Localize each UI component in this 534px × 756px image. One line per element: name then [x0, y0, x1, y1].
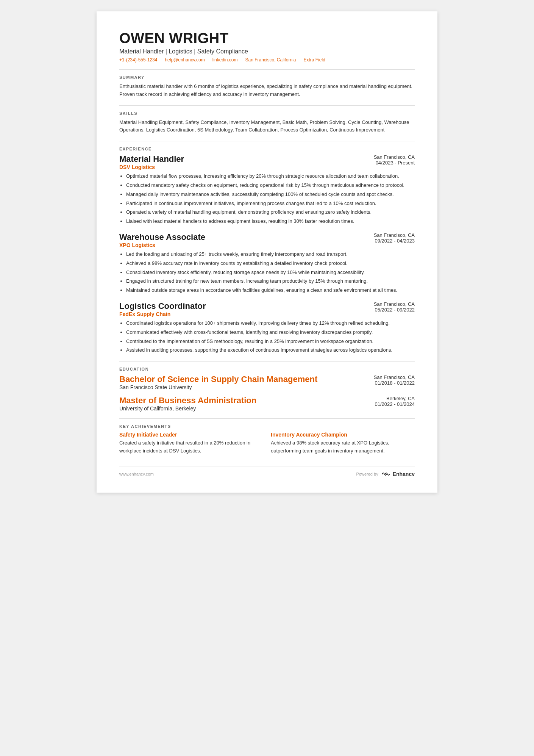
edu-meta-0: San Francisco, CA 01/2018 - 01/2022 [374, 374, 415, 386]
bullet-item: Liaised with lead material handlers to a… [126, 218, 415, 225]
edu-header-0: Bachelor of Science in Supply Chain Mana… [119, 374, 415, 390]
exp-title-2: Logistics Coordinator FedEx Supply Chain [119, 301, 206, 317]
candidate-title: Material Handler | Logistics | Safety Co… [119, 48, 415, 55]
bullet-item: Consolidated inventory stock efficiently… [126, 269, 415, 277]
brand-name: Enhancv [393, 471, 415, 477]
exp-meta-1: San Francisco, CA 09/2022 - 04/2023 [374, 232, 415, 244]
bullet-item: Engaged in structured training for new t… [126, 277, 415, 285]
enhancv-logo-icon [381, 471, 391, 477]
achievement-0: Safety Initiative Leader Created a safet… [119, 432, 263, 455]
edu-header-1: Master of Business Administration Univer… [119, 396, 415, 412]
achievements-entries: Safety Initiative Leader Created a safet… [119, 432, 415, 455]
extra-field: Extra Field [304, 57, 325, 63]
bullet-item: Coordinated logistics operations for 100… [126, 319, 415, 327]
bullet-item: Contributed to the implementation of 5S … [126, 338, 415, 346]
bullet-item: Operated a variety of material handling … [126, 208, 415, 216]
education-entries: Bachelor of Science in Supply Chain Mana… [119, 374, 415, 412]
exp-header-1: Warehouse Associate XPO Logistics San Fr… [119, 232, 415, 248]
achievement-entry-0: Safety Initiative Leader Created a safet… [119, 432, 263, 455]
experience-divider [119, 361, 415, 362]
experience-entry-0: Material Handler DSV Logistics San Franc… [119, 154, 415, 225]
resume-page: OWEN WRIGHT Material Handler | Logistics… [97, 11, 437, 493]
exp-meta-2: San Francisco, CA 05/2022 - 09/2022 [374, 301, 415, 313]
footer-website: www.enhancv.com [119, 472, 154, 476]
location: San Francisco, California [245, 57, 296, 63]
bullet-item: Led the loading and unloading of 25+ tru… [126, 250, 415, 258]
achievement-1: Inventory Accuracy Champion Achieved a 9… [271, 432, 415, 455]
exp-title-1: Warehouse Associate XPO Logistics [119, 232, 205, 248]
bullet-item: Conducted mandatory safety checks on equ… [126, 182, 415, 189]
exp-meta-0: San Francisco, CA 04/2023 - Present [374, 154, 415, 166]
footer-brand: Powered by Enhancv [356, 471, 415, 477]
bullet-item: Assisted in auditing processes, supporti… [126, 346, 415, 354]
education-entry-0: Bachelor of Science in Supply Chain Mana… [119, 374, 415, 390]
achievements-label: KEY ACHIEVEMENTS [119, 424, 415, 429]
powered-by-label: Powered by [356, 472, 378, 476]
footer: www.enhancv.com Powered by Enhancv [119, 466, 415, 477]
experience-entry-2: Logistics Coordinator FedEx Supply Chain… [119, 301, 415, 354]
bullet-item: Managed daily inventory maintenance acti… [126, 191, 415, 199]
phone: +1-(234)-555-1234 [119, 57, 157, 63]
exp-title-0: Material Handler DSV Logistics [119, 154, 184, 170]
header: OWEN WRIGHT Material Handler | Logistics… [119, 30, 415, 63]
exp-header-2: Logistics Coordinator FedEx Supply Chain… [119, 301, 415, 317]
edu-title-0: Bachelor of Science in Supply Chain Mana… [119, 374, 317, 390]
skills-label: SKILLS [119, 111, 415, 116]
experience-entries: Material Handler DSV Logistics San Franc… [119, 154, 415, 354]
summary-label: SUMMARY [119, 75, 415, 80]
edu-title-1: Master of Business Administration Univer… [119, 396, 256, 412]
bullet-item: Optimized material flow processes, incre… [126, 172, 415, 180]
summary-text: Enthusiastic material handler with 6 mon… [119, 83, 415, 99]
bullet-item: Communicated effectively with cross-func… [126, 329, 415, 337]
summary-section: SUMMARY Enthusiastic material handler wi… [119, 75, 415, 99]
skills-text: Material Handling Equipment, Safety Comp… [119, 119, 415, 135]
candidate-name: OWEN WRIGHT [119, 30, 415, 47]
education-label: EDUCATION [119, 367, 415, 371]
education-section: EDUCATION Bachelor of Science in Supply … [119, 367, 415, 412]
skills-divider [119, 141, 415, 141]
achievement-entry-1: Inventory Accuracy Champion Achieved a 9… [271, 432, 415, 455]
linkedin[interactable]: linkedin.com [212, 57, 238, 63]
bullet-item: Participated in continuous improvement i… [126, 200, 415, 208]
experience-label: EXPERIENCE [119, 147, 415, 151]
exp-bullets-0: Optimized material flow processes, incre… [119, 172, 415, 225]
header-divider [119, 69, 415, 70]
education-entry-1: Master of Business Administration Univer… [119, 396, 415, 412]
exp-bullets-2: Coordinated logistics operations for 100… [119, 319, 415, 354]
exp-header-0: Material Handler DSV Logistics San Franc… [119, 154, 415, 170]
summary-divider [119, 105, 415, 106]
education-divider [119, 418, 415, 419]
achievements-section: KEY ACHIEVEMENTS Safety Initiative Leade… [119, 424, 415, 455]
experience-section: EXPERIENCE Material Handler DSV Logistic… [119, 147, 415, 354]
bullet-item: Maintained outside storage areas in acco… [126, 286, 415, 294]
exp-bullets-1: Led the loading and unloading of 25+ tru… [119, 250, 415, 294]
edu-meta-1: Berkeley, CA 01/2022 - 01/2024 [375, 396, 415, 407]
skills-section: SKILLS Material Handling Equipment, Safe… [119, 111, 415, 135]
bullet-item: Achieved a 98% accuracy rate in inventor… [126, 260, 415, 268]
enhancv-logo: Enhancv [381, 471, 415, 477]
experience-entry-1: Warehouse Associate XPO Logistics San Fr… [119, 232, 415, 294]
email[interactable]: help@enhancv.com [165, 57, 205, 63]
contact-info: +1-(234)-555-1234 help@enhancv.com linke… [119, 57, 415, 63]
